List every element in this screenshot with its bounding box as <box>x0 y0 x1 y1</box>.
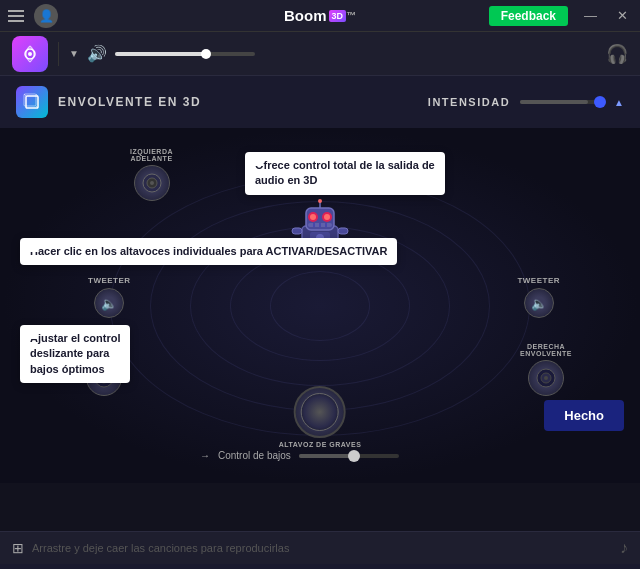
bottom-bar: ⊞ Arrastre y deje caer las canciones par… <box>0 531 640 564</box>
volume-slider[interactable] <box>115 52 255 56</box>
tooltip-bass: Ajustar el control deslizante para bajos… <box>20 325 130 383</box>
speaker-circle-izquierda-adelante <box>134 165 170 201</box>
speaker-circle-der-env <box>528 360 564 396</box>
headphone-button[interactable]: 🎧 <box>606 43 628 65</box>
intensity-up-arrow: ▲ <box>614 97 624 108</box>
intensidad-label: INTENSIDAD <box>428 96 510 108</box>
surround-label: ENVOLVENTE EN 3D <box>58 95 201 109</box>
intensity-thumb <box>594 96 606 108</box>
bass-fill <box>299 454 354 458</box>
3d-badge: 3D <box>328 10 346 22</box>
subwoofer-inner <box>301 393 339 431</box>
surround-right: INTENSIDAD ▲ <box>428 96 624 108</box>
feedback-button[interactable]: Feedback <box>489 6 568 26</box>
titlebar: 👤 Boom3D™ Feedback — ✕ <box>0 0 640 32</box>
speaker-subwoofer[interactable]: ALTAVOZ DE GRAVES <box>279 386 362 448</box>
intensity-fill <box>520 100 588 104</box>
speaker-icon-der-env <box>535 367 557 389</box>
app-title: Boom3D™ <box>284 7 356 24</box>
volume-thumb <box>201 49 211 59</box>
svg-point-1 <box>28 52 32 56</box>
surround-icon[interactable] <box>16 86 48 118</box>
app-name: Boom3D™ <box>284 7 356 24</box>
speaker-label-subwoofer: ALTAVOZ DE GRAVES <box>279 441 362 448</box>
main-content: ENVOLVENTE EN 3D INTENSIDAD ▲ Ofrece con… <box>0 76 640 564</box>
trademark: ™ <box>346 10 356 21</box>
volume-icon: 🔊 <box>87 44 107 63</box>
volume-section: ▼ 🔊 <box>69 44 255 63</box>
speaker-label-izquierda-adelante: IZQUIERDAADELANTE <box>130 148 173 162</box>
surround-canvas: Ofrece control total de la salida de aud… <box>0 128 640 483</box>
svg-rect-30 <box>292 228 302 234</box>
app-icon-button[interactable] <box>12 36 48 72</box>
music-note-icon: ♪ <box>620 539 628 557</box>
bass-label: Control de bajos <box>218 450 291 461</box>
toolbar-divider <box>58 42 59 66</box>
close-button[interactable]: ✕ <box>613 8 632 23</box>
speaker-tweeter-left[interactable]: TWEETER 🔈 <box>88 276 131 318</box>
speaker-label-tweeter-right: TWEETER <box>517 276 560 285</box>
bass-thumb <box>348 450 360 462</box>
speaker-izquierda-adelante[interactable]: IZQUIERDAADELANTE <box>130 148 173 201</box>
sound-icon <box>20 44 40 64</box>
volume-dropdown-arrow[interactable]: ▼ <box>69 48 79 59</box>
subwoofer-icon <box>294 386 346 438</box>
bass-arrow: → <box>200 450 210 461</box>
speaker-label-der-env: DERECHAENVOLVENTE <box>520 343 572 357</box>
cube-icon <box>23 93 41 111</box>
svg-rect-31 <box>338 228 348 234</box>
tweeter-right-icon: 🔈 <box>531 296 547 311</box>
speaker-icon-izquierda <box>141 172 163 194</box>
tooltip-activate: Hacer clic en los altavoces individuales… <box>20 238 397 265</box>
bass-slider[interactable] <box>299 454 399 458</box>
user-icon[interactable]: 👤 <box>34 4 58 28</box>
speaker-label-tweeter-left: TWEETER <box>88 276 131 285</box>
hamburger-menu[interactable] <box>8 10 24 22</box>
speaker-derecha-envolvente[interactable]: DERECHAENVOLVENTE <box>520 343 572 396</box>
svg-point-9 <box>150 181 154 185</box>
tooltip-3d-control: Ofrece control total de la salida de aud… <box>245 152 445 195</box>
volume-fill <box>115 52 206 56</box>
drop-hint: Arrastre y deje caer las canciones para … <box>32 542 612 554</box>
tweeter-left-icon: 🔈 <box>101 296 117 311</box>
drop-zone-icon: ⊞ <box>12 540 24 556</box>
titlebar-right: Feedback — ✕ <box>489 6 632 26</box>
svg-point-20 <box>310 214 316 220</box>
speaker-tweeter-right[interactable]: TWEETER 🔈 <box>517 276 560 318</box>
svg-point-21 <box>324 214 330 220</box>
toolbar: ▼ 🔊 🎧 <box>0 32 640 76</box>
ring-5 <box>270 271 370 341</box>
surround-left: ENVOLVENTE EN 3D <box>16 86 201 118</box>
intensity-slider[interactable] <box>520 100 600 104</box>
bass-control-row: → Control de bajos <box>200 450 399 461</box>
speaker-circle-tweeter-right: 🔈 <box>524 288 554 318</box>
surround-header: ENVOLVENTE EN 3D INTENSIDAD ▲ <box>0 76 640 128</box>
svg-point-15 <box>544 376 548 380</box>
titlebar-left: 👤 <box>8 4 58 28</box>
minimize-button[interactable]: — <box>580 8 601 23</box>
done-button[interactable]: Hecho <box>544 400 624 431</box>
speaker-circle-tweeter-left: 🔈 <box>94 288 124 318</box>
svg-point-29 <box>318 199 322 203</box>
